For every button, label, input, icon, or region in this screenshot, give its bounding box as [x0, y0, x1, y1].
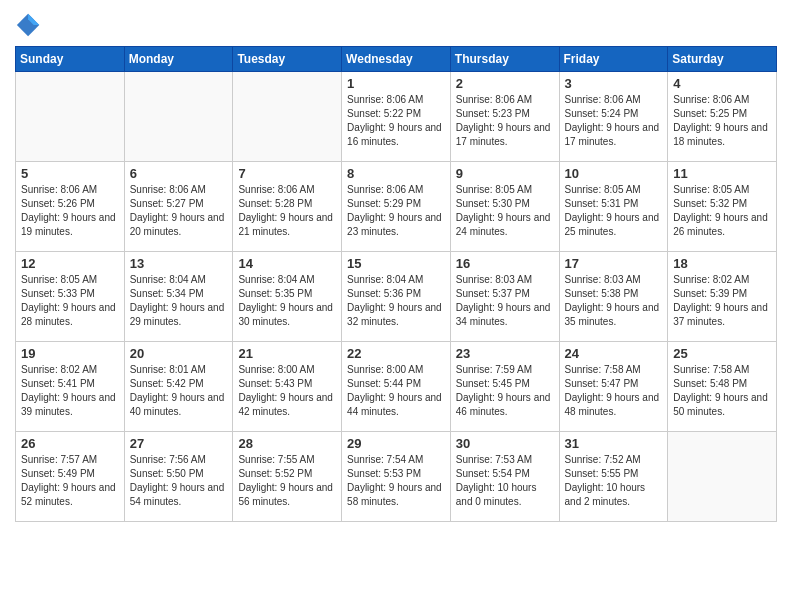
logo — [15, 10, 47, 38]
day-number: 15 — [347, 256, 445, 271]
calendar-header: SundayMondayTuesdayWednesdayThursdayFrid… — [16, 47, 777, 72]
day-number: 16 — [456, 256, 554, 271]
weekday-header: Tuesday — [233, 47, 342, 72]
calendar-cell: 28Sunrise: 7:55 AM Sunset: 5:52 PM Dayli… — [233, 432, 342, 522]
calendar-cell: 14Sunrise: 8:04 AM Sunset: 5:35 PM Dayli… — [233, 252, 342, 342]
calendar-cell: 9Sunrise: 8:05 AM Sunset: 5:30 PM Daylig… — [450, 162, 559, 252]
calendar-cell: 12Sunrise: 8:05 AM Sunset: 5:33 PM Dayli… — [16, 252, 125, 342]
day-number: 18 — [673, 256, 771, 271]
day-number: 21 — [238, 346, 336, 361]
page: SundayMondayTuesdayWednesdayThursdayFrid… — [0, 0, 792, 612]
calendar-cell: 25Sunrise: 7:58 AM Sunset: 5:48 PM Dayli… — [668, 342, 777, 432]
day-number: 29 — [347, 436, 445, 451]
day-number: 23 — [456, 346, 554, 361]
calendar-cell — [233, 72, 342, 162]
header — [15, 10, 777, 38]
day-number: 14 — [238, 256, 336, 271]
day-info: Sunrise: 8:06 AM Sunset: 5:22 PM Dayligh… — [347, 93, 445, 149]
day-number: 12 — [21, 256, 119, 271]
calendar-cell: 7Sunrise: 8:06 AM Sunset: 5:28 PM Daylig… — [233, 162, 342, 252]
day-info: Sunrise: 8:02 AM Sunset: 5:41 PM Dayligh… — [21, 363, 119, 419]
day-number: 31 — [565, 436, 663, 451]
calendar-cell: 27Sunrise: 7:56 AM Sunset: 5:50 PM Dayli… — [124, 432, 233, 522]
calendar-cell: 8Sunrise: 8:06 AM Sunset: 5:29 PM Daylig… — [342, 162, 451, 252]
calendar-cell: 29Sunrise: 7:54 AM Sunset: 5:53 PM Dayli… — [342, 432, 451, 522]
day-info: Sunrise: 7:53 AM Sunset: 5:54 PM Dayligh… — [456, 453, 554, 509]
day-info: Sunrise: 8:00 AM Sunset: 5:44 PM Dayligh… — [347, 363, 445, 419]
calendar-cell: 4Sunrise: 8:06 AM Sunset: 5:25 PM Daylig… — [668, 72, 777, 162]
day-info: Sunrise: 8:03 AM Sunset: 5:38 PM Dayligh… — [565, 273, 663, 329]
day-info: Sunrise: 8:04 AM Sunset: 5:35 PM Dayligh… — [238, 273, 336, 329]
day-number: 28 — [238, 436, 336, 451]
weekday-header: Saturday — [668, 47, 777, 72]
day-info: Sunrise: 8:00 AM Sunset: 5:43 PM Dayligh… — [238, 363, 336, 419]
calendar-cell: 11Sunrise: 8:05 AM Sunset: 5:32 PM Dayli… — [668, 162, 777, 252]
day-number: 19 — [21, 346, 119, 361]
week-row: 5Sunrise: 8:06 AM Sunset: 5:26 PM Daylig… — [16, 162, 777, 252]
day-number: 22 — [347, 346, 445, 361]
calendar-cell — [668, 432, 777, 522]
calendar-cell: 23Sunrise: 7:59 AM Sunset: 5:45 PM Dayli… — [450, 342, 559, 432]
day-info: Sunrise: 8:06 AM Sunset: 5:28 PM Dayligh… — [238, 183, 336, 239]
calendar-cell — [124, 72, 233, 162]
calendar-body: 1Sunrise: 8:06 AM Sunset: 5:22 PM Daylig… — [16, 72, 777, 522]
day-info: Sunrise: 8:06 AM Sunset: 5:25 PM Dayligh… — [673, 93, 771, 149]
week-row: 19Sunrise: 8:02 AM Sunset: 5:41 PM Dayli… — [16, 342, 777, 432]
day-info: Sunrise: 8:06 AM Sunset: 5:27 PM Dayligh… — [130, 183, 228, 239]
calendar-cell — [16, 72, 125, 162]
calendar-cell: 20Sunrise: 8:01 AM Sunset: 5:42 PM Dayli… — [124, 342, 233, 432]
day-number: 7 — [238, 166, 336, 181]
calendar-cell: 17Sunrise: 8:03 AM Sunset: 5:38 PM Dayli… — [559, 252, 668, 342]
day-number: 4 — [673, 76, 771, 91]
weekday-header: Thursday — [450, 47, 559, 72]
calendar-cell: 22Sunrise: 8:00 AM Sunset: 5:44 PM Dayli… — [342, 342, 451, 432]
day-info: Sunrise: 8:04 AM Sunset: 5:36 PM Dayligh… — [347, 273, 445, 329]
calendar-cell: 3Sunrise: 8:06 AM Sunset: 5:24 PM Daylig… — [559, 72, 668, 162]
week-row: 1Sunrise: 8:06 AM Sunset: 5:22 PM Daylig… — [16, 72, 777, 162]
day-number: 3 — [565, 76, 663, 91]
day-info: Sunrise: 8:01 AM Sunset: 5:42 PM Dayligh… — [130, 363, 228, 419]
day-number: 5 — [21, 166, 119, 181]
day-number: 20 — [130, 346, 228, 361]
calendar-cell: 6Sunrise: 8:06 AM Sunset: 5:27 PM Daylig… — [124, 162, 233, 252]
day-number: 30 — [456, 436, 554, 451]
day-info: Sunrise: 8:06 AM Sunset: 5:24 PM Dayligh… — [565, 93, 663, 149]
day-info: Sunrise: 8:06 AM Sunset: 5:29 PM Dayligh… — [347, 183, 445, 239]
calendar-cell: 16Sunrise: 8:03 AM Sunset: 5:37 PM Dayli… — [450, 252, 559, 342]
day-info: Sunrise: 7:59 AM Sunset: 5:45 PM Dayligh… — [456, 363, 554, 419]
day-number: 10 — [565, 166, 663, 181]
day-number: 17 — [565, 256, 663, 271]
weekday-header: Wednesday — [342, 47, 451, 72]
calendar-table: SundayMondayTuesdayWednesdayThursdayFrid… — [15, 46, 777, 522]
weekday-header: Monday — [124, 47, 233, 72]
calendar-cell: 30Sunrise: 7:53 AM Sunset: 5:54 PM Dayli… — [450, 432, 559, 522]
day-info: Sunrise: 7:54 AM Sunset: 5:53 PM Dayligh… — [347, 453, 445, 509]
week-row: 26Sunrise: 7:57 AM Sunset: 5:49 PM Dayli… — [16, 432, 777, 522]
day-info: Sunrise: 8:05 AM Sunset: 5:30 PM Dayligh… — [456, 183, 554, 239]
calendar-cell: 26Sunrise: 7:57 AM Sunset: 5:49 PM Dayli… — [16, 432, 125, 522]
weekday-row: SundayMondayTuesdayWednesdayThursdayFrid… — [16, 47, 777, 72]
day-number: 24 — [565, 346, 663, 361]
week-row: 12Sunrise: 8:05 AM Sunset: 5:33 PM Dayli… — [16, 252, 777, 342]
day-number: 1 — [347, 76, 445, 91]
day-info: Sunrise: 8:05 AM Sunset: 5:32 PM Dayligh… — [673, 183, 771, 239]
calendar-cell: 13Sunrise: 8:04 AM Sunset: 5:34 PM Dayli… — [124, 252, 233, 342]
day-info: Sunrise: 8:02 AM Sunset: 5:39 PM Dayligh… — [673, 273, 771, 329]
day-number: 2 — [456, 76, 554, 91]
day-info: Sunrise: 8:05 AM Sunset: 5:33 PM Dayligh… — [21, 273, 119, 329]
day-info: Sunrise: 8:05 AM Sunset: 5:31 PM Dayligh… — [565, 183, 663, 239]
day-number: 11 — [673, 166, 771, 181]
calendar-cell: 15Sunrise: 8:04 AM Sunset: 5:36 PM Dayli… — [342, 252, 451, 342]
day-number: 9 — [456, 166, 554, 181]
calendar-cell: 19Sunrise: 8:02 AM Sunset: 5:41 PM Dayli… — [16, 342, 125, 432]
day-info: Sunrise: 8:04 AM Sunset: 5:34 PM Dayligh… — [130, 273, 228, 329]
day-info: Sunrise: 8:06 AM Sunset: 5:23 PM Dayligh… — [456, 93, 554, 149]
day-info: Sunrise: 7:52 AM Sunset: 5:55 PM Dayligh… — [565, 453, 663, 509]
calendar-cell: 1Sunrise: 8:06 AM Sunset: 5:22 PM Daylig… — [342, 72, 451, 162]
day-number: 13 — [130, 256, 228, 271]
day-number: 27 — [130, 436, 228, 451]
calendar-cell: 5Sunrise: 8:06 AM Sunset: 5:26 PM Daylig… — [16, 162, 125, 252]
day-number: 8 — [347, 166, 445, 181]
day-info: Sunrise: 8:03 AM Sunset: 5:37 PM Dayligh… — [456, 273, 554, 329]
calendar-cell: 31Sunrise: 7:52 AM Sunset: 5:55 PM Dayli… — [559, 432, 668, 522]
